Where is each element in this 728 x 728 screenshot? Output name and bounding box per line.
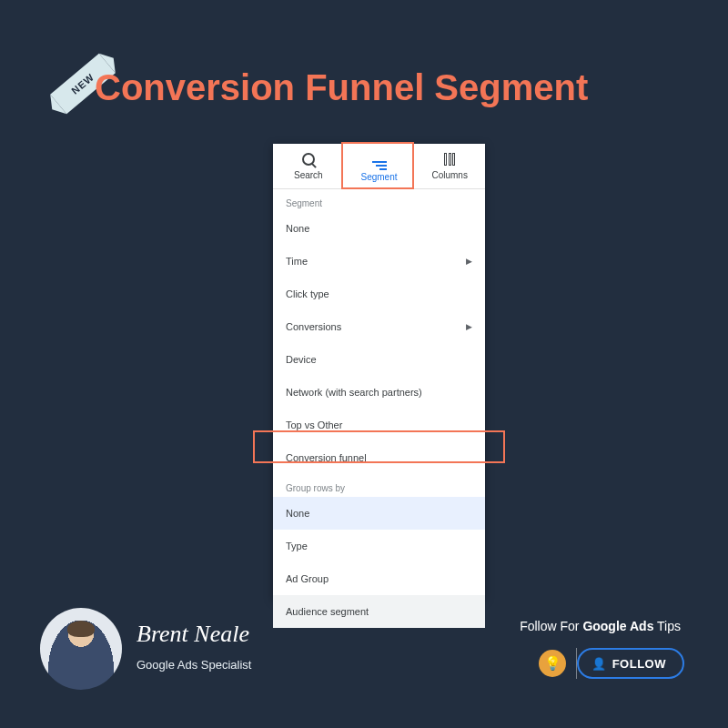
- group-item-label: Audience segment: [286, 606, 369, 617]
- group-item[interactable]: Type: [273, 530, 485, 562]
- segment-section-label: Segment: [273, 189, 485, 212]
- cta-text: Follow For Google Ads Tips: [520, 619, 681, 633]
- page-title: Conversion Funnel Segment: [95, 67, 588, 108]
- group-item-label: None: [286, 508, 309, 519]
- group-item[interactable]: Audience segment: [273, 595, 485, 628]
- segment-item-label: Conversions: [286, 321, 341, 332]
- columns-icon: [444, 153, 455, 168]
- segment-item[interactable]: Network (with search partners): [273, 376, 485, 409]
- header-columns-label: Columns: [431, 170, 467, 180]
- cta-bold: Google Ads: [582, 619, 653, 633]
- header-segment[interactable]: Segment: [344, 144, 415, 188]
- segment-menu: NoneTime▶Click typeConversions▶DeviceNet…: [273, 212, 485, 474]
- segment-item-label: Network (with search partners): [286, 387, 422, 398]
- header-columns[interactable]: Columns: [414, 144, 485, 188]
- segment-dropdown-screenshot: Search Segment Columns Segment NoneTime▶…: [273, 144, 485, 599]
- header-search-label: Search: [294, 170, 323, 180]
- lightbulb-icon: 💡: [539, 650, 566, 677]
- segment-item[interactable]: Conversions▶: [273, 310, 485, 343]
- cta-prefix: Follow For: [520, 619, 582, 633]
- header-segment-label: Segment: [360, 172, 397, 182]
- segment-icon: [372, 151, 387, 170]
- cta-suffix: Tips: [653, 619, 681, 633]
- chevron-right-icon: ▶: [466, 322, 472, 331]
- segment-item-label: Conversion funnel: [286, 452, 367, 463]
- segment-item[interactable]: Device: [273, 343, 485, 376]
- chevron-right-icon: ▶: [466, 257, 472, 266]
- follow-button-label: FOLLOW: [612, 657, 666, 671]
- segment-item-label: Device: [286, 354, 317, 365]
- group-menu: NoneTypeAd GroupAudience segment: [273, 497, 485, 628]
- search-icon: [302, 153, 315, 168]
- group-item[interactable]: Ad Group: [273, 562, 485, 595]
- segment-item[interactable]: Click type: [273, 278, 485, 310]
- panel-header: Search Segment Columns: [273, 144, 485, 189]
- person-add-icon: 👤: [592, 657, 607, 671]
- segment-item-label: Time: [286, 256, 308, 267]
- header-search[interactable]: Search: [273, 144, 344, 188]
- segment-item-label: Top vs Other: [286, 420, 342, 430]
- segment-item[interactable]: Conversion funnel: [273, 441, 485, 474]
- segment-item-label: Click type: [286, 288, 329, 299]
- follow-button[interactable]: 👤 FOLLOW: [577, 648, 684, 679]
- signature: Brent Neale: [136, 621, 249, 648]
- segment-item[interactable]: Time▶: [273, 245, 485, 278]
- group-item[interactable]: None: [273, 497, 485, 530]
- role-label: Google Ads Specialist: [136, 658, 251, 672]
- segment-item[interactable]: None: [273, 212, 485, 245]
- group-item-label: Type: [286, 541, 308, 551]
- group-section-label: Group rows by: [273, 474, 485, 497]
- avatar: [40, 608, 122, 690]
- group-item-label: Ad Group: [286, 573, 329, 584]
- segment-item[interactable]: Top vs Other: [273, 409, 485, 441]
- segment-item-label: None: [286, 223, 309, 234]
